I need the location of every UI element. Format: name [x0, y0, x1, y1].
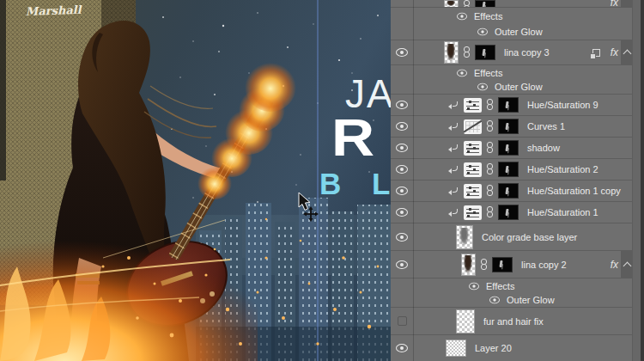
- document-canvas[interactable]: Marshall: [0, 0, 391, 361]
- outer-glow-label: Outer Glow: [495, 27, 543, 37]
- visibility-eye-icon[interactable]: [396, 165, 408, 174]
- outer-glow-label: Outer Glow: [507, 295, 555, 305]
- amp-logo-text: Marshall: [26, 3, 83, 18]
- layer-row-lina-copy-2[interactable]: lina copy 2 fx: [391, 251, 633, 278]
- link-icon[interactable]: [486, 99, 494, 111]
- layer-thumbnail[interactable]: [444, 0, 459, 8]
- link-icon[interactable]: [480, 259, 488, 271]
- collapse-effects-tab[interactable]: [621, 251, 633, 278]
- layer-thumbnail[interactable]: [444, 41, 459, 64]
- link-icon[interactable]: [486, 206, 494, 218]
- fx-badge[interactable]: fx: [611, 46, 618, 58]
- visibility-eye-icon[interactable]: [396, 144, 408, 152]
- layer-name: lina copy 3: [504, 47, 550, 58]
- effects-row[interactable]: Effects: [391, 278, 633, 293]
- outer-glow-row[interactable]: Outer Glow: [391, 80, 633, 95]
- visibility-toggle-empty[interactable]: [398, 316, 407, 326]
- clipping-mask-arrow-icon: [449, 144, 459, 153]
- layer-mask-thumbnail[interactable]: [475, 45, 495, 60]
- layers-panel: fx Effects Outer Glow lina copy 3 fx: [391, 0, 644, 361]
- layer-row-hue-saturation-1-copy[interactable]: Hue/Saturation 1 copy: [391, 180, 633, 202]
- layer-name: shadow: [527, 143, 560, 153]
- layer-list: fx Effects Outer Glow lina copy 3 fx: [391, 0, 633, 361]
- panel-right-edge: [641, 0, 644, 361]
- hue-saturation-adjustment-icon[interactable]: [464, 98, 482, 113]
- visibility-eye-icon[interactable]: [396, 260, 408, 269]
- outer-glow-row[interactable]: Outer Glow: [391, 293, 633, 308]
- layer-name: Layer 20: [475, 343, 512, 353]
- layer-mask-thumbnail[interactable]: [492, 257, 513, 272]
- layer-mask-thumbnail[interactable]: [498, 97, 519, 113]
- effects-row[interactable]: Effects: [391, 8, 633, 24]
- layer-row-partial[interactable]: fx: [391, 0, 633, 8]
- layer-row-color-grade-base-layer[interactable]: Color grade base layer: [391, 223, 633, 251]
- effects-visibility-eye-icon[interactable]: [469, 282, 479, 290]
- photoshop-workspace: Marshall: [0, 0, 644, 361]
- hue-saturation-adjustment-icon[interactable]: [464, 141, 482, 156]
- layer-mask-thumbnail[interactable]: [475, 0, 495, 8]
- layer-row-fur-and-hair-fix[interactable]: fur and hair fix: [391, 308, 633, 335]
- visibility-eye-icon[interactable]: [396, 101, 408, 109]
- panel-scrollbar[interactable]: [632, 0, 641, 361]
- layer-mask-thumbnail[interactable]: [498, 205, 519, 220]
- visibility-eye-icon[interactable]: [396, 233, 408, 242]
- collapse-effects-tab[interactable]: [621, 0, 633, 7]
- effects-visibility-eye-icon[interactable]: [457, 69, 467, 76]
- clipping-mask-arrow-icon: [449, 122, 459, 132]
- layer-mask-thumbnail[interactable]: [498, 183, 519, 199]
- effects-label: Effects: [474, 11, 502, 21]
- outer-glow-visibility-eye-icon[interactable]: [489, 297, 500, 304]
- layer-thumbnail[interactable]: [446, 340, 466, 357]
- layer-row-hue-saturation-1[interactable]: Hue/Saturation 1: [391, 202, 633, 223]
- visibility-eye-icon[interactable]: [396, 187, 408, 195]
- clipping-mask-arrow-icon: [449, 101, 459, 110]
- hue-saturation-adjustment-icon[interactable]: [464, 184, 482, 199]
- effects-visibility-eye-icon[interactable]: [457, 12, 467, 20]
- layer-name: lina copy 2: [521, 260, 567, 270]
- hue-saturation-adjustment-icon[interactable]: [464, 205, 482, 220]
- layer-row-curves-1[interactable]: Curves 1: [391, 116, 633, 138]
- layer-mask-thumbnail[interactable]: [498, 140, 519, 156]
- layer-row-layer-20[interactable]: Layer 20: [391, 335, 633, 361]
- layer-row-lina-copy-3[interactable]: lina copy 3 fx: [391, 40, 633, 65]
- link-icon[interactable]: [486, 142, 494, 154]
- clipping-mask-arrow-icon: [449, 208, 459, 217]
- outer-glow-visibility-eye-icon[interactable]: [477, 83, 488, 91]
- layer-row-shadow[interactable]: shadow: [391, 138, 633, 159]
- layer-name: fur and hair fix: [483, 316, 544, 327]
- outer-glow-row[interactable]: Outer Glow: [391, 24, 633, 40]
- poster-heading-line3: B L: [319, 168, 391, 199]
- fx-badge[interactable]: fx: [611, 0, 618, 8]
- curves-adjustment-icon[interactable]: [464, 119, 482, 134]
- layer-row-hue-saturation-9[interactable]: Hue/Saturation 9: [391, 95, 633, 116]
- outer-glow-label: Outer Glow: [495, 82, 543, 92]
- link-icon[interactable]: [486, 185, 494, 197]
- clipping-mask-arrow-icon: [449, 187, 459, 196]
- guitar-flames: [197, 60, 296, 199]
- clipping-mask-arrow-icon: [449, 165, 459, 174]
- fx-badge[interactable]: fx: [611, 259, 618, 271]
- visibility-eye-icon[interactable]: [396, 48, 408, 57]
- outer-glow-visibility-eye-icon[interactable]: [477, 28, 488, 36]
- visibility-eye-icon[interactable]: [396, 344, 408, 352]
- collapse-effects-tab[interactable]: [621, 40, 633, 64]
- visibility-eye-icon[interactable]: [396, 122, 408, 131]
- layer-thumbnail[interactable]: [456, 225, 473, 249]
- layer-name: Hue/Saturation 1: [527, 207, 598, 217]
- link-icon[interactable]: [486, 120, 494, 132]
- visibility-eye-icon[interactable]: [396, 208, 408, 217]
- effects-row[interactable]: Effects: [391, 65, 633, 80]
- layer-thumbnail[interactable]: [456, 309, 475, 333]
- layer-name: Hue/Saturation 2: [527, 164, 598, 174]
- effects-label: Effects: [486, 281, 514, 291]
- layer-mask-thumbnail[interactable]: [498, 119, 519, 134]
- link-icon[interactable]: [463, 46, 471, 58]
- chevron-up-icon: [623, 261, 631, 270]
- layer-name: Curves 1: [527, 121, 565, 132]
- layer-thumbnail[interactable]: [461, 254, 476, 276]
- layer-name: Hue/Saturation 9: [527, 100, 598, 110]
- layer-mask-thumbnail[interactable]: [498, 162, 519, 177]
- link-icon[interactable]: [486, 163, 494, 175]
- hue-saturation-adjustment-icon[interactable]: [464, 162, 482, 177]
- layer-row-hue-saturation-2[interactable]: Hue/Saturation 2: [391, 159, 633, 180]
